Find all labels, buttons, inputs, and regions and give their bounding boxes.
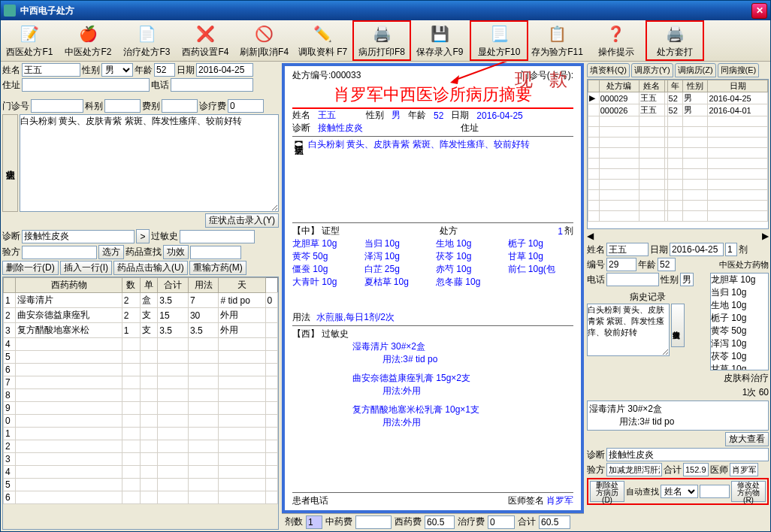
toolbar-中医处方F2[interactable]: 🍎中医处方F2 — [59, 20, 118, 61]
search-input[interactable] — [700, 485, 730, 498]
table-row[interactable]: 6 — [4, 491, 278, 504]
patphone-lbl: 患者电话 — [292, 494, 328, 507]
toolbar-显处方F10[interactable]: 📃显处方F10 — [470, 20, 528, 61]
phone-label: 电话 — [151, 79, 169, 92]
drugsearch-label: 药品查找 — [125, 246, 162, 258]
r-age[interactable] — [658, 258, 676, 271]
table-row[interactable]: 7 — [4, 376, 278, 389]
toolbar-刷新|取消F4[interactable]: 🚫刷新|取消F4 — [235, 20, 294, 61]
feetype-input[interactable] — [162, 99, 198, 113]
table-row[interactable]: 000026王五52男2016-04-01 — [588, 104, 768, 116]
delrow-button[interactable]: 删除一行(D) — [2, 261, 59, 275]
r-diag[interactable] — [606, 448, 769, 461]
table-row[interactable]: 1湿毒清片2盒3.57# tid po0 — [4, 293, 278, 308]
table-row[interactable]: 8 — [4, 389, 278, 402]
addr-label: 住址 — [2, 79, 20, 92]
titlebar: 中西电子处方 ✕ — [1, 1, 770, 20]
preview-pane: 现 款 处方编号:000033 门诊号(卡号): 肖罗军中西医诊所病历摘要 姓名… — [282, 63, 584, 513]
table-row[interactable]: 9 — [4, 402, 278, 415]
toolbar-病历打印F8[interactable]: 🖨️病历打印F8 — [352, 20, 411, 61]
diag-expand[interactable]: > — [136, 229, 150, 243]
toolbar-西医处方F1[interactable]: 📝西医处方F1 — [1, 20, 59, 61]
table-row[interactable]: 2 — [4, 440, 278, 453]
p-diag-lbl: 诊断 — [292, 122, 310, 135]
drug-grid[interactable]: 西药药物数单合计用法天1湿毒清片2盒3.57# tid po02曲安奈德益康痤乳… — [3, 277, 278, 504]
r-histlbl: 病史记录 — [587, 291, 709, 304]
rerx-button[interactable]: 重输方药(M) — [189, 261, 246, 275]
effect-button[interactable]: 功效 — [163, 245, 189, 259]
outno-input[interactable] — [31, 99, 83, 113]
herb-grid: 龙胆草 10g当归 10g生地 10g栀子 10g黄芩 50g泽泻 10g茯苓 … — [292, 237, 573, 289]
toolbar-保存录入F9[interactable]: 💾保存录入F9 — [411, 20, 470, 61]
toolbar-处方套打[interactable]: 🖨️处方套打 — [646, 20, 704, 61]
r-date[interactable] — [670, 243, 724, 256]
tab-1[interactable]: 调原方(Y) — [631, 63, 673, 77]
select-rx-button[interactable]: 选方 — [98, 245, 124, 259]
r-doses[interactable] — [725, 243, 737, 256]
doses-lbl: 剂 — [564, 225, 573, 237]
diag-input[interactable] — [22, 230, 135, 243]
delrx-button[interactable]: 删除处方病历(D) — [590, 481, 624, 502]
table-row[interactable]: 5 — [4, 479, 278, 491]
close-button[interactable]: ✕ — [751, 3, 767, 19]
toolbar-西药设置F4[interactable]: ❌西药设置F4 — [177, 20, 235, 61]
r-no[interactable] — [606, 258, 636, 271]
r-sex[interactable] — [680, 273, 694, 286]
date-input[interactable] — [196, 63, 253, 77]
table-row[interactable]: 1 — [4, 428, 278, 440]
st-total[interactable] — [539, 515, 570, 529]
table-row[interactable]: ▶000029王五52男2016-04-25 — [588, 92, 768, 104]
modrx-button[interactable]: 修改处方药物(R) — [731, 481, 766, 502]
st-west[interactable] — [425, 515, 455, 529]
r-rx[interactable] — [606, 463, 662, 476]
drugsearch-input[interactable] — [190, 246, 241, 259]
age-input[interactable] — [154, 63, 175, 77]
tab-2[interactable]: 调病历(Z) — [675, 63, 716, 77]
table-row[interactable]: 4 — [4, 338, 278, 351]
r-phone[interactable] — [606, 273, 659, 286]
symptom-entry-button[interactable]: 症状点击录入(Y) — [205, 213, 279, 228]
table-row[interactable]: 4 — [4, 466, 278, 479]
diagfee-input[interactable] — [228, 99, 264, 113]
dept-input[interactable] — [104, 99, 141, 113]
table-row[interactable]: 6 — [4, 364, 278, 376]
p-name-lbl: 姓名 — [292, 109, 310, 122]
symptoms-text[interactable]: 白头粉刺 黄头、皮肤青紫 紫斑、阵发性瘙痒、较前好转 — [20, 114, 279, 212]
st-doses[interactable] — [306, 515, 322, 529]
sex-select[interactable]: 男 — [101, 63, 133, 77]
st-zh[interactable] — [355, 515, 392, 529]
toolbar-调取资料 F7[interactable]: ✏️调取资料 F7 — [294, 20, 352, 61]
toolbar-操作提示[interactable]: ❓操作提示 — [587, 20, 646, 61]
rx-label: 验方 — [2, 246, 20, 258]
modsymp-button[interactable]: 修改病史症状 — [671, 304, 685, 347]
outno-label: 门诊号 — [2, 100, 29, 113]
r-doc[interactable] — [730, 463, 758, 476]
phone-input[interactable] — [171, 78, 253, 92]
table-row[interactable]: 5 — [4, 351, 278, 364]
history-grid[interactable]: 处方编姓名年性别日期▶000029王五52男2016-04-25000026王五… — [588, 80, 768, 222]
search-by[interactable]: 姓名 — [661, 485, 698, 498]
r-name[interactable] — [606, 243, 649, 256]
addr-input[interactable] — [22, 78, 150, 92]
table-row[interactable]: 2曲安奈德益康痤乳2支1530外用 — [4, 308, 278, 323]
allergy-input[interactable] — [180, 230, 255, 243]
doses-val: 1 — [558, 226, 563, 237]
r-west: 湿毒清片 30#×2盒 用法:3# tid po — [587, 401, 769, 431]
r-hist[interactable]: 白头粉刺 黄头、皮肤青紫 紫斑、阵发性瘙痒、较前好转 — [587, 304, 670, 356]
st-treat[interactable] — [488, 515, 515, 529]
druginput-button[interactable]: 药品点击输入(U) — [113, 261, 188, 275]
r-total[interactable] — [683, 463, 709, 476]
tab-0[interactable]: 填资料(Q) — [587, 63, 630, 77]
table-row[interactable]: 0 — [4, 415, 278, 428]
enlarge-button[interactable]: 放大查看 — [725, 432, 769, 446]
p-date: 2016-04-25 — [476, 110, 522, 121]
rx-input[interactable] — [22, 246, 97, 259]
table-row[interactable]: 3复方醋酸地塞米松1支3.53.5外用 — [4, 323, 278, 338]
tab-3[interactable]: 同病搜(E) — [718, 63, 760, 77]
toolbar-治疗处方F3[interactable]: 📄治疗处方F3 — [118, 20, 177, 61]
r-total-lbl: 合计 — [664, 464, 682, 476]
insrow-button[interactable]: 插入一行(I) — [60, 261, 112, 275]
name-input[interactable] — [22, 63, 80, 77]
table-row[interactable]: 3 — [4, 453, 278, 466]
toolbar-存为验方F11[interactable]: 📋存为验方F11 — [528, 20, 587, 61]
